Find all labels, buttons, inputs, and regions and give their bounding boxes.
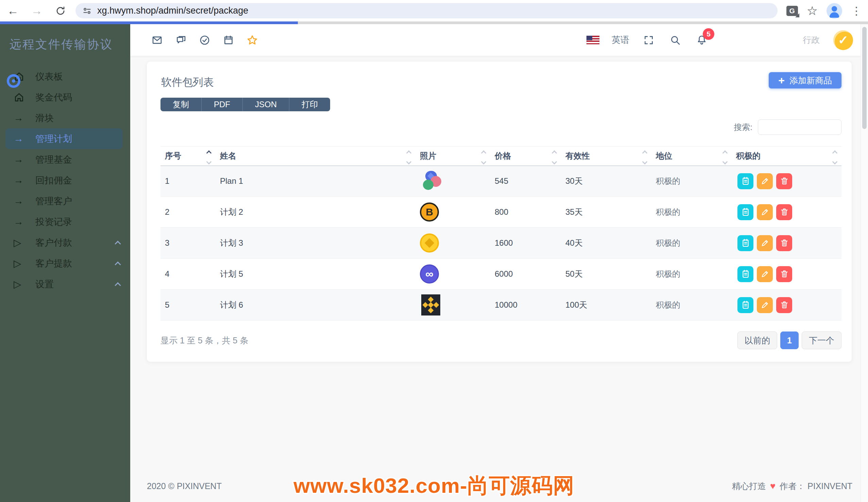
pencil-button[interactable]	[757, 235, 773, 251]
trash-button[interactable]	[776, 266, 792, 282]
export-button-group: 复制 PDF JSON 打印	[161, 98, 330, 111]
sidebar-item-investment-records[interactable]: → 投资记录	[0, 211, 130, 232]
top-navbar: 英语 5 行政 ✓	[130, 24, 868, 56]
sort-icons[interactable]	[482, 151, 486, 164]
play-icon: ▷	[13, 237, 28, 249]
sort-icons[interactable]	[207, 151, 211, 164]
col-header-price[interactable]: 价格	[490, 147, 561, 166]
address-bar[interactable]: xg.hwym.shop/admin/secret/package	[75, 3, 777, 18]
cell-validity: 40天	[561, 228, 651, 259]
watermark-text: www.sk032.com-尚可源码网	[293, 471, 574, 500]
col-header-no[interactable]: 序号	[161, 147, 216, 166]
trash-button[interactable]	[776, 204, 792, 220]
clipboard-button[interactable]	[737, 297, 753, 313]
sort-icons[interactable]	[643, 151, 647, 164]
translate-icon[interactable]: G	[786, 6, 798, 16]
col-header-active[interactable]: 积极的	[732, 147, 841, 166]
sidebar-item-settings[interactable]: ▷ 设置	[0, 274, 130, 294]
page-1-button[interactable]: 1	[780, 331, 799, 349]
sidebar-item-rebate-commission[interactable]: → 回扣佣金	[0, 170, 130, 191]
chevron-up-icon	[115, 241, 121, 247]
mail-icon[interactable]	[150, 33, 164, 47]
sidebar-item-bonus-code[interactable]: 奖金代码	[0, 87, 130, 108]
search-input[interactable]	[758, 119, 841, 135]
packages-table: 序号 姓名 照片 价格 有效性 地位 积极的 1 Plan 1	[161, 146, 841, 321]
sidebar-item-customer-withdrawals[interactable]: ▷ 客户提款	[0, 253, 130, 274]
calendar-icon[interactable]	[221, 33, 236, 47]
col-header-name[interactable]: 姓名	[216, 147, 415, 166]
add-button-label: 添加新商品	[789, 75, 832, 86]
bell-icon[interactable]: 5	[695, 33, 709, 47]
cell-no: 2	[161, 197, 216, 228]
cell-name: 计划 6	[216, 290, 415, 321]
bookmark-star-icon[interactable]: ☆	[807, 4, 818, 18]
chat-icon[interactable]	[174, 33, 188, 47]
col-header-status[interactable]: 地位	[651, 147, 732, 166]
check-circle-icon[interactable]	[197, 33, 212, 47]
clipboard-button[interactable]	[737, 235, 753, 251]
search-icon[interactable]	[668, 33, 682, 47]
scrollbar-thumb[interactable]	[862, 27, 867, 129]
cell-validity: 50天	[561, 259, 651, 290]
chevron-up-icon	[115, 282, 121, 288]
sort-icons[interactable]	[552, 151, 556, 164]
heart-icon: ♥	[770, 481, 776, 491]
trash-button[interactable]	[776, 235, 792, 251]
json-button[interactable]: JSON	[242, 98, 289, 111]
sidebar-item-manage-plans[interactable]: → 管理计划	[6, 128, 123, 149]
url-text[interactable]: xg.hwym.shop/admin/secret/package	[97, 6, 248, 16]
cell-no: 1	[161, 166, 216, 197]
back-icon[interactable]: ←	[6, 4, 20, 18]
sidebar-item-label: 客户付款	[35, 237, 72, 249]
sidebar-item-dashboard[interactable]: 仪表板	[0, 66, 130, 87]
clipboard-button[interactable]	[737, 173, 753, 189]
avatar[interactable]: ✓	[833, 30, 853, 50]
trash-button[interactable]	[776, 173, 792, 189]
sidebar-item-manage-customers[interactable]: → 管理客户	[0, 191, 130, 211]
arrow-right-icon: →	[13, 174, 28, 186]
table-row: 4 计划 5 ∞ 6000 50天 积极的	[161, 259, 841, 290]
copy-button[interactable]: 复制	[161, 98, 201, 111]
next-page-button[interactable]: 下一个	[802, 331, 841, 349]
us-flag-icon[interactable]	[587, 36, 599, 44]
arrow-right-icon: →	[13, 195, 28, 207]
star-icon[interactable]	[245, 33, 259, 47]
sidebar-item-customer-payments[interactable]: ▷ 客户付款	[0, 232, 130, 253]
row-actions	[736, 173, 841, 189]
fullscreen-icon[interactable]	[642, 33, 656, 47]
pencil-button[interactable]	[757, 173, 773, 189]
sort-icons[interactable]	[833, 151, 837, 164]
home-icon	[13, 92, 28, 103]
sort-icons[interactable]	[407, 151, 411, 164]
app-brand-title: 远程文件传输协议	[10, 37, 130, 52]
pencil-button[interactable]	[757, 204, 773, 220]
print-button[interactable]: 打印	[289, 98, 330, 111]
add-new-product-button[interactable]: + 添加新商品	[769, 72, 841, 89]
screenshot-root: ← → xg.hwym.shop/admin/secret/package G …	[0, 0, 868, 502]
sidebar-item-manage-funds[interactable]: → 管理基金	[0, 149, 130, 170]
kebab-menu-icon[interactable]: ⋮	[851, 4, 862, 17]
package-list-card: 软件包列表 复制 PDF JSON 打印 + 添加新商品 搜索:	[147, 62, 852, 362]
col-header-photo[interactable]: 照片	[415, 147, 490, 166]
refresh-icon[interactable]	[54, 4, 67, 18]
language-label[interactable]: 英语	[612, 34, 629, 46]
pencil-button[interactable]	[757, 266, 773, 282]
pencil-button[interactable]	[757, 297, 773, 313]
site-settings-icon[interactable]	[82, 6, 92, 16]
browser-toolbar: ← → xg.hwym.shop/admin/secret/package G …	[0, 0, 868, 21]
cell-validity: 100天	[561, 290, 651, 321]
forward-icon[interactable]: →	[30, 4, 43, 18]
profile-icon[interactable]	[827, 3, 842, 19]
sort-icons[interactable]	[723, 151, 727, 164]
col-header-validity[interactable]: 有效性	[561, 147, 651, 166]
sidebar-item-slider[interactable]: → 滑块	[0, 108, 130, 128]
pdf-button[interactable]: PDF	[201, 98, 242, 111]
clipboard-button[interactable]	[737, 204, 753, 220]
sidebar-item-label: 仪表板	[35, 70, 63, 83]
previous-page-button[interactable]: 以前的	[737, 331, 777, 349]
coins-trio-icon	[421, 171, 442, 191]
sidebar-item-label: 管理基金	[35, 153, 72, 166]
clipboard-button[interactable]	[737, 266, 753, 282]
scrollbar-track[interactable]	[860, 24, 868, 502]
trash-button[interactable]	[776, 297, 792, 313]
